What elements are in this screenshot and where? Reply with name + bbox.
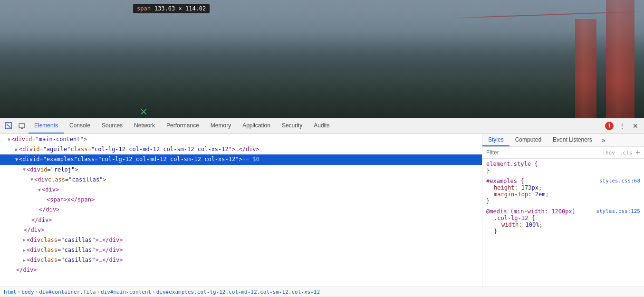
styles-filter-bar: :hov .cls + bbox=[482, 147, 644, 159]
tree-triangle[interactable] bbox=[23, 166, 26, 173]
tab-sources[interactable]: Sources bbox=[96, 118, 128, 134]
more-styles-tabs[interactable]: » bbox=[598, 134, 609, 146]
svg-rect-3 bbox=[21, 128, 23, 129]
style-selector[interactable]: element.style { bbox=[486, 161, 538, 167]
html-line[interactable]: <div class="casillas">…</div> bbox=[0, 245, 482, 255]
element-tooltip: span 133.63 × 114.02 bbox=[133, 4, 210, 13]
svg-rect-2 bbox=[19, 124, 25, 128]
style-rule: @media (min-width: 1200px) styles.css:12… bbox=[486, 208, 640, 235]
tab-security[interactable]: Security bbox=[276, 118, 308, 134]
html-line[interactable]: </div> bbox=[0, 215, 482, 225]
html-line[interactable]: <div id="aguile" class="col-lg-12 col-md… bbox=[0, 144, 482, 154]
html-line[interactable]: </div> bbox=[0, 265, 482, 275]
devtools-toolbar: Elements Console Sources Network Perform… bbox=[0, 118, 644, 134]
tab-memory[interactable]: Memory bbox=[205, 118, 237, 134]
style-selector[interactable]: #examples { bbox=[486, 178, 524, 184]
error-badge: 1 bbox=[605, 122, 614, 130]
styles-panel: Styles Computed Event Listeners » :hov .… bbox=[482, 134, 644, 287]
style-rule: element.style { } bbox=[486, 161, 640, 174]
style-file-link[interactable]: styles.css:125 bbox=[596, 208, 640, 214]
style-prop: height: 173px; bbox=[486, 184, 640, 191]
breadcrumb-html[interactable]: html bbox=[4, 289, 17, 295]
styles-tab[interactable]: Styles bbox=[482, 134, 509, 146]
media-query: @media (min-width: 1200px) bbox=[486, 208, 576, 215]
html-line-selected[interactable]: <div id="examples" class="col-lg-12 col-… bbox=[0, 154, 482, 164]
hover-pseudo-button[interactable]: :hov bbox=[601, 149, 616, 156]
tab-network[interactable]: Network bbox=[128, 118, 161, 134]
styles-content[interactable]: element.style { } #examples { styles.css… bbox=[482, 159, 644, 287]
html-line[interactable]: <div id="reloj"> bbox=[0, 165, 482, 175]
x-mark: ✕ bbox=[140, 105, 147, 118]
webpage-preview: span 133.63 × 114.02 ✕ bbox=[0, 0, 644, 118]
tree-triangle[interactable] bbox=[30, 176, 33, 183]
devtools-main: <div id="main-content"> <div id="aguile"… bbox=[0, 134, 644, 287]
tab-performance[interactable]: Performance bbox=[161, 118, 205, 134]
html-line[interactable]: <div class="casillas">…</div> bbox=[0, 235, 482, 245]
style-file-link[interactable]: styles.css:68 bbox=[599, 178, 640, 184]
html-inspector-panel[interactable]: <div id="main-content"> <div id="aguile"… bbox=[0, 134, 482, 287]
tooltip-tag: span bbox=[137, 5, 151, 12]
style-rule: #examples { styles.css:68 height: 173px;… bbox=[486, 178, 640, 204]
tree-triangle[interactable] bbox=[8, 136, 10, 144]
styles-filter-input[interactable] bbox=[486, 149, 599, 156]
tree-triangle[interactable] bbox=[38, 186, 41, 194]
class-pseudo-button[interactable]: .cls bbox=[618, 149, 634, 156]
html-line[interactable]: <div> bbox=[0, 185, 482, 195]
breadcrumb-main-content[interactable]: div#main-content bbox=[101, 289, 151, 295]
tree-triangle[interactable] bbox=[15, 156, 18, 163]
breadcrumb-examples[interactable]: div#examples.col-lg-12.col-md-12.col-sm-… bbox=[156, 289, 320, 295]
style-prop: margin-top: 2em; bbox=[486, 191, 640, 198]
tree-triangle[interactable] bbox=[23, 236, 26, 244]
html-tag: <div bbox=[11, 135, 25, 144]
tree-triangle[interactable] bbox=[23, 257, 26, 264]
add-style-button[interactable]: + bbox=[635, 149, 640, 156]
svg-line-1 bbox=[7, 124, 10, 128]
tree-triangle[interactable] bbox=[15, 146, 18, 153]
html-line[interactable]: <div id="main-content"> bbox=[0, 134, 482, 144]
style-prop: width: 100%; bbox=[486, 221, 640, 228]
inspect-element-button[interactable] bbox=[2, 119, 15, 133]
devtools-panel: Elements Console Sources Network Perform… bbox=[0, 118, 644, 297]
tab-application[interactable]: Application bbox=[237, 118, 276, 134]
html-line[interactable]: <span>x</span> bbox=[0, 195, 482, 205]
style-selector[interactable]: .col-lg-12 { bbox=[494, 215, 535, 221]
breadcrumb: html › body › div#container.fila › div#m… bbox=[0, 287, 644, 297]
html-line[interactable]: <div class="casillas">…</div> bbox=[0, 255, 482, 265]
html-line[interactable]: </div> bbox=[0, 225, 482, 235]
event-listeners-tab[interactable]: Event Listeners bbox=[547, 134, 598, 146]
more-options-button[interactable]: ⋮ bbox=[615, 119, 629, 133]
computed-tab[interactable]: Computed bbox=[509, 134, 547, 146]
html-line[interactable]: </div> bbox=[0, 205, 482, 215]
tree-triangle[interactable] bbox=[23, 247, 26, 254]
device-toolbar-button[interactable] bbox=[15, 119, 29, 133]
tab-console[interactable]: Console bbox=[64, 118, 96, 134]
breadcrumb-container[interactable]: div#container.fila bbox=[39, 289, 96, 295]
styles-tabs: Styles Computed Event Listeners » bbox=[482, 134, 644, 147]
breadcrumb-body[interactable]: body bbox=[21, 289, 34, 295]
tab-audits[interactable]: Audits bbox=[308, 118, 335, 134]
close-devtools-button[interactable]: ✕ bbox=[629, 119, 642, 133]
tooltip-dimensions: 133.63 × 114.02 bbox=[154, 5, 206, 12]
tab-elements[interactable]: Elements bbox=[29, 118, 64, 134]
html-line[interactable]: <div class="casillas"> bbox=[0, 175, 482, 185]
